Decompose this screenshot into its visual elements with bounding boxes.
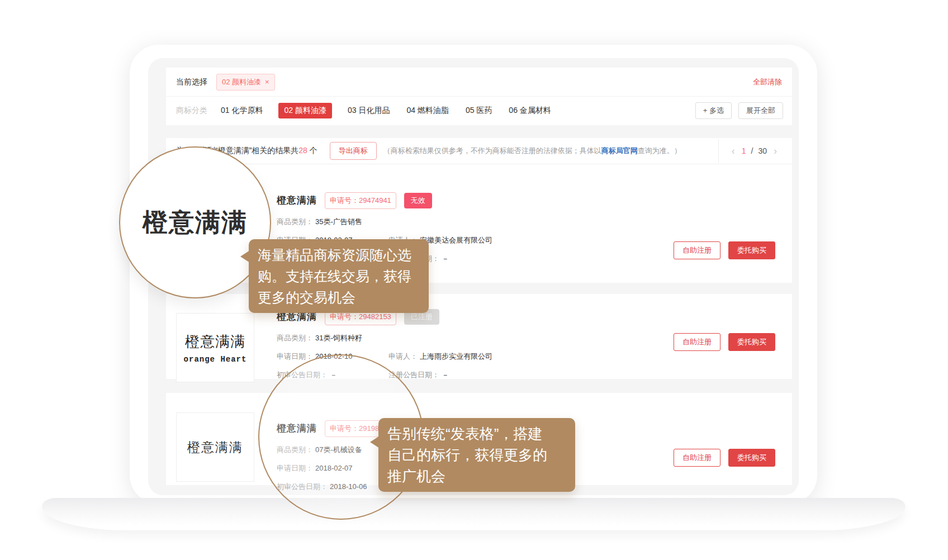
clear-all-button[interactable]: 全部清除 — [753, 77, 782, 87]
field-value: 安徽美达会展有限公司 — [420, 236, 492, 244]
prev-page-icon[interactable]: ‹ — [730, 146, 737, 156]
category-bar: 商标分类 01 化学原料 02 颜料油漆 03 日化用品 04 燃料油脂 05 … — [166, 97, 792, 125]
entrust-purchase-button[interactable]: 委托购买 — [728, 449, 775, 467]
current-page: 1 — [742, 146, 746, 155]
self-register-button[interactable]: 自助注册 — [674, 241, 721, 259]
field-value: 上海雨步实业有限公司 — [420, 352, 492, 360]
self-register-button[interactable]: 自助注册 — [674, 333, 721, 351]
thumbnail-cn-text: 橙意满满 — [185, 332, 245, 352]
category-label: 商标分类 — [176, 106, 207, 116]
field-value: 35类-广告销售 — [315, 217, 362, 226]
official-site-link[interactable]: 商标局官网 — [601, 146, 638, 155]
results-header: 为您检索到“橙意满满”相关的结果共28 个 导出商标 （商标检索结果仅供参考，不… — [166, 138, 792, 164]
field-label: 商品类别： — [277, 334, 313, 342]
disclaimer-prefix: （商标检索结果仅供参考，不作为商标能否注册的法律依据；具体以 — [383, 146, 601, 155]
multi-select-button[interactable]: + 多选 — [695, 102, 732, 119]
field-label: 申请日期： — [277, 352, 313, 360]
trademark-name: 橙意满满 — [277, 194, 317, 207]
disclaimer-suffix: 查询为准。） — [638, 146, 681, 155]
pagination: ‹ 1 / 30 › — [718, 139, 779, 163]
row-actions-3: 自助注册 委托购买 — [674, 449, 775, 467]
trademark-thumbnail-3[interactable]: 橙意满满 — [176, 412, 254, 482]
field-value: － — [442, 371, 449, 379]
trademark-thumbnail-2[interactable]: 橙意满满 orange Heart — [176, 313, 254, 382]
entrust-purchase-button[interactable]: 委托购买 — [728, 333, 775, 351]
field-label: 申请人： — [388, 352, 418, 360]
entrust-purchase-button[interactable]: 委托购买 — [728, 241, 775, 259]
field-value: － — [442, 254, 449, 263]
page-separator: / — [751, 146, 753, 155]
summary-suffix: 个 — [307, 146, 317, 155]
category-item-06[interactable]: 06 金属材料 — [508, 103, 552, 118]
total-pages: 30 — [758, 146, 767, 155]
category-item-03[interactable]: 03 日化用品 — [347, 103, 391, 118]
expand-all-button[interactable]: 展开全部 — [738, 102, 783, 119]
magnified-trademark-text: 橙意满满 — [143, 206, 248, 239]
page: 当前选择 02 颜料油漆 × 全部清除 商标分类 01 化学原料 02 颜料油漆… — [0, 0, 948, 560]
export-trademarks-button[interactable]: 导出商标 — [330, 142, 377, 160]
application-number-tag: 申请号：29474941 — [325, 192, 396, 209]
laptop-base — [42, 498, 906, 530]
results-count: 28 — [298, 146, 307, 155]
self-register-button[interactable]: 自助注册 — [674, 449, 721, 467]
field-label: 商品类别： — [277, 217, 313, 226]
selected-filter-tag[interactable]: 02 颜料油漆 × — [216, 74, 275, 91]
thumbnail-cn-text: 橙意满满 — [187, 439, 243, 456]
row-actions-1: 自助注册 委托购买 — [674, 241, 775, 259]
close-icon[interactable]: × — [265, 78, 269, 86]
current-selection-bar: 当前选择 02 颜料油漆 × 全部清除 — [166, 68, 792, 96]
status-badge-invalid: 无效 — [404, 193, 432, 208]
row-actions-2: 自助注册 委托购买 — [674, 333, 775, 351]
field-value: 31类-饲料种籽 — [315, 334, 362, 342]
thumbnail-en-text: orange Heart — [184, 355, 247, 364]
callout-bubble-promotion: 告别传统“发表格”，搭建 自己的标行，获得更多的 推广机会 — [378, 418, 575, 492]
category-item-01[interactable]: 01 化学原料 — [220, 103, 264, 118]
application-number: 29474941 — [359, 194, 391, 207]
disclaimer-text: （商标检索结果仅供参考，不作为商标能否注册的法律依据；具体以商标局官网查询为准。… — [383, 146, 681, 156]
selected-filter-tag-text: 02 颜料油漆 — [222, 77, 261, 87]
filter-card: 当前选择 02 颜料油漆 × 全部清除 商标分类 01 化学原料 02 颜料油漆… — [166, 68, 792, 125]
next-page-icon[interactable]: › — [772, 146, 779, 156]
category-item-04[interactable]: 04 燃料油脂 — [405, 103, 449, 118]
category-item-05[interactable]: 05 医药 — [464, 103, 493, 118]
application-number-label: 申请号： — [330, 194, 359, 207]
category-item-02-selected[interactable]: 02 颜料油漆 — [278, 103, 331, 118]
current-selection-label: 当前选择 — [176, 77, 207, 87]
callout-bubble-marketplace: 海量精品商标资源随心选 购。支持在线交易，获得 更多的交易机会 — [249, 239, 429, 313]
